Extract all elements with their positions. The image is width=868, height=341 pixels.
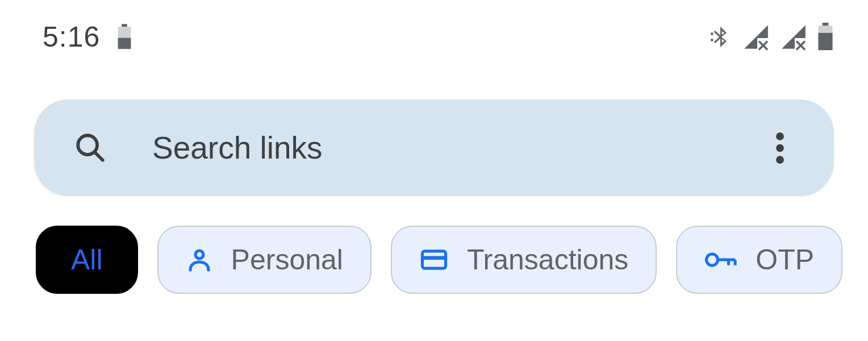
svg-point-17 (707, 254, 718, 265)
filter-chip-all[interactable]: All (36, 226, 138, 294)
filter-chip-transactions[interactable]: Transactions (391, 226, 657, 294)
svg-rect-3 (118, 38, 131, 49)
chip-label: OTP (756, 243, 814, 276)
filter-chip-personal[interactable]: Personal (157, 226, 372, 294)
status-bar-left: 5:16 (43, 20, 132, 53)
svg-line-10 (95, 152, 103, 160)
search-placeholder: Search links (107, 130, 766, 166)
svg-rect-0 (122, 24, 127, 27)
svg-point-11 (776, 132, 784, 140)
svg-point-12 (776, 144, 784, 152)
chip-label: All (71, 243, 103, 276)
filter-chips-row: All Personal Transactions (0, 196, 868, 294)
status-bar-right (708, 23, 834, 51)
battery-half-icon (117, 24, 132, 50)
filter-chip-otp[interactable]: OTP (676, 226, 842, 294)
signal-no-data-icon (779, 23, 808, 51)
person-icon (186, 246, 213, 273)
status-bar: 5:16 (0, 0, 868, 68)
battery-icon (817, 23, 834, 51)
signal-no-data-icon (742, 23, 770, 51)
search-icon (74, 131, 107, 164)
svg-rect-8 (819, 33, 833, 50)
key-icon (704, 248, 737, 271)
bluetooth-icon (708, 23, 733, 51)
svg-point-13 (776, 156, 784, 164)
svg-point-5 (711, 39, 713, 41)
svg-point-14 (195, 251, 203, 259)
more-vert-icon[interactable] (766, 132, 794, 164)
status-time: 5:16 (43, 20, 100, 53)
search-bar[interactable]: Search links (34, 99, 834, 196)
credit-card-icon (419, 245, 449, 275)
svg-rect-6 (823, 23, 829, 26)
chip-label: Personal (231, 243, 343, 276)
chip-label: Transactions (467, 243, 628, 276)
svg-point-4 (711, 32, 713, 35)
